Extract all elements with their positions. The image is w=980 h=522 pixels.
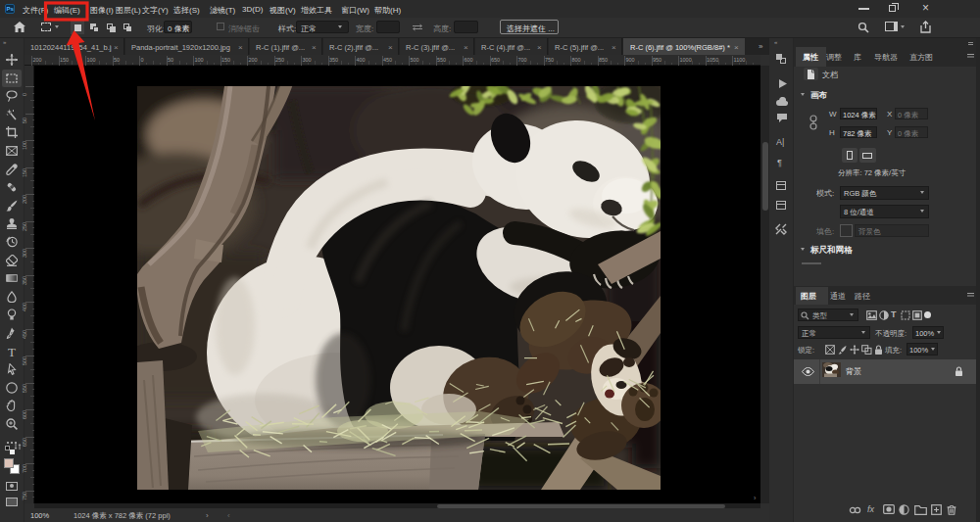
svg-text:T: T: [8, 346, 16, 357]
